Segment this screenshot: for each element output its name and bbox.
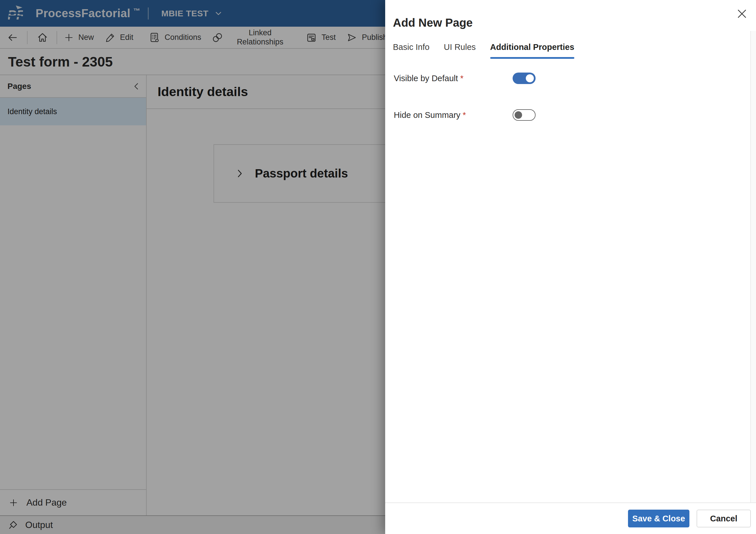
panel-footer: Save & Close Cancel [385,502,756,534]
field-label: Hide on Summary* [394,111,513,120]
add-new-page-panel: Add New Page Basic Info UI Rules Additio… [385,0,756,534]
hide-on-summary-toggle[interactable] [513,109,536,121]
panel-tabs: Basic Info UI Rules Additional Propertie… [393,42,589,59]
cancel-button[interactable]: Cancel [697,510,751,527]
required-asterisk: * [460,74,464,83]
screen: PF ProcessFactorial™ MBIE TEST New Edit [0,0,756,534]
tab-additional-properties[interactable]: Additional Properties [490,42,574,59]
close-button[interactable] [737,9,747,19]
field-hide-on-summary: Hide on Summary* [394,109,721,121]
panel-fields: Visible by Default* Hide on Summary* [394,73,721,146]
field-label: Visible by Default* [394,74,513,83]
toggle-knob [526,74,534,82]
save-and-close-button[interactable]: Save & Close [628,510,689,527]
toggle-knob [515,111,522,119]
tab-basic-info[interactable]: Basic Info [393,42,429,59]
visible-by-default-toggle[interactable] [513,73,536,84]
field-visible-by-default: Visible by Default* [394,73,721,84]
panel-scrollbar[interactable] [750,31,756,502]
required-asterisk: * [463,111,466,119]
tab-ui-rules[interactable]: UI Rules [444,42,475,59]
panel-title: Add New Page [393,16,473,29]
